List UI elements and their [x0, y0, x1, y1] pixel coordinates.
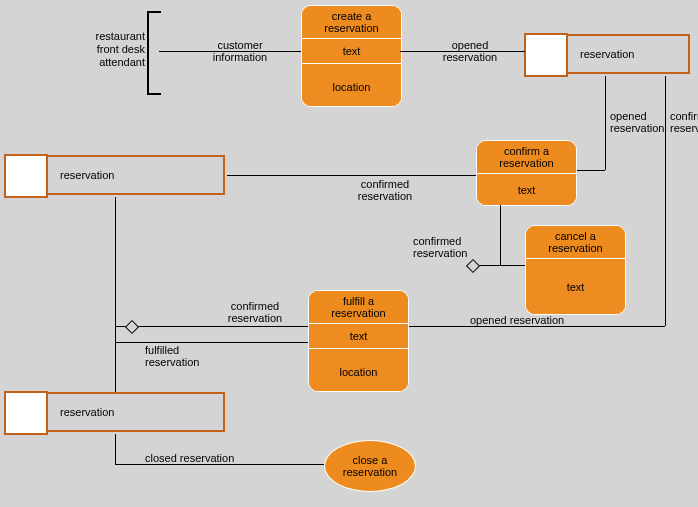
- edge-customer-info-label: customer information: [200, 39, 280, 63]
- edge-opened-reservation-v-end: [575, 170, 605, 171]
- edge-confirmed-reservation-v-label: confirmed reservation: [670, 110, 698, 134]
- activity-cancel: cancel a reservation text: [525, 225, 626, 315]
- artifact-reservation-top-label: reservation: [580, 48, 634, 60]
- edge-fulfilled-h: [115, 342, 308, 343]
- activity-create: create a reservation text location: [301, 5, 402, 107]
- edge-fulfilled-label: fulfilled reservation: [145, 344, 199, 368]
- edge-confirm-down: [500, 205, 501, 265]
- edge-bottom-down: [115, 434, 116, 464]
- edge-opened-reservation-v: [605, 76, 606, 170]
- edge-confirmed-reservation3-label: confirmed reservation: [215, 300, 295, 324]
- edge-closed-reservation-label: closed reservation: [145, 452, 234, 464]
- activity-create-section-text: text: [302, 39, 401, 64]
- artifact-reservation-mid: reservation: [5, 155, 225, 195]
- activity-create-title: create a reservation: [302, 6, 401, 39]
- activity-cancel-title: cancel a reservation: [526, 226, 625, 259]
- artifact-mini-icon: [4, 391, 48, 435]
- artifact-mini-icon: [4, 154, 48, 198]
- actor-label: restaurant front desk attendant: [80, 30, 145, 69]
- activity-close: close a reservation: [324, 440, 416, 492]
- edge-mid-to-fulfill: [115, 326, 308, 327]
- edge-confirmed-reservation-v: [665, 76, 666, 326]
- edge-confirmed-reservation-v-end: [408, 326, 665, 327]
- edge-confirmed-reservation1-label: confirmed reservation: [345, 178, 425, 202]
- artifact-reservation-bottom-label: reservation: [60, 406, 114, 418]
- activity-fulfill: fulfill a reservation text location: [308, 290, 409, 392]
- artifact-reservation-top: reservation: [525, 34, 690, 74]
- activity-fulfill-section-location: location: [309, 349, 408, 392]
- decision-node: [466, 259, 480, 273]
- activity-confirm-title: confirm a reservation: [477, 141, 576, 174]
- activity-fulfill-title: fulfill a reservation: [309, 291, 408, 324]
- edge-opened-reservation-label: opened reservation: [430, 39, 510, 63]
- edge-mid-down: [115, 197, 116, 342]
- artifact-reservation-bottom: reservation: [5, 392, 225, 432]
- decision-node-2: [125, 320, 139, 334]
- actor-bracket: [147, 11, 161, 95]
- activity-confirm: confirm a reservation text: [476, 140, 577, 206]
- activity-close-title: close a reservation: [343, 454, 397, 478]
- edge-fulfilled-v: [115, 342, 116, 392]
- edge-cancel-left: [480, 265, 525, 266]
- edge-closed-reservation: [115, 464, 324, 465]
- activity-confirm-section-text: text: [477, 174, 576, 206]
- activity-fulfill-section-text: text: [309, 324, 408, 349]
- artifact-reservation-mid-label: reservation: [60, 169, 114, 181]
- edge-opened-reservation-v-label: opened reservation: [610, 110, 664, 134]
- edge-opened-reservation2-label: opened reservation: [470, 314, 564, 326]
- activity-cancel-section-text: text: [526, 259, 625, 315]
- edge-confirmed-reservation2-label: confirmed reservation: [413, 235, 483, 259]
- edge-confirmed-reservation1: [227, 175, 476, 176]
- artifact-mini-icon: [524, 33, 568, 77]
- activity-create-section-location: location: [302, 64, 401, 107]
